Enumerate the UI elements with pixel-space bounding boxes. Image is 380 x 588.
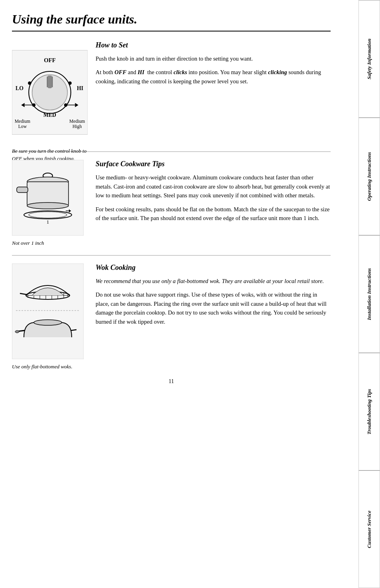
section-how-to-set: OFF LO HI MED <box>12 41 331 144</box>
section-cookware: 1 Not over 1 inch Surface Cookware Tips … <box>12 160 331 247</box>
wok-body: We recommend that you use only a flat-bo… <box>96 277 331 326</box>
sidebar-item-operating[interactable]: Operating Instructions <box>358 118 380 235</box>
wok-caption: Use only flat-bottomed woks. <box>12 363 88 370</box>
main-content: Using the surface units. OFF LO HI <box>0 0 343 588</box>
cookware-body: Use medium- or heavy-weight cookware. Al… <box>96 173 331 222</box>
svg-point-49 <box>15 330 19 333</box>
sidebar-tabs: Safety Information Operating Instruction… <box>358 0 380 588</box>
rule-2 <box>12 255 331 256</box>
svg-text:LO: LO <box>16 85 24 91</box>
svg-rect-13 <box>52 77 53 87</box>
svg-text:1: 1 <box>47 219 49 225</box>
how-to-set-text: How to Set Push the knob in and turn in … <box>96 41 331 144</box>
sidebar-item-installation[interactable]: Installation Instructions <box>358 235 380 353</box>
sidebar-item-customer[interactable]: Customer Service <box>358 470 380 588</box>
wok-diagram <box>12 264 84 359</box>
cookware-p2: For best cooking results, pans should be… <box>96 205 331 223</box>
wok-heading: Wok Cooking <box>96 264 331 272</box>
svg-text:Low: Low <box>18 124 27 129</box>
page-number: 11 <box>12 378 331 385</box>
sidebar-item-safety[interactable]: Safety Information <box>358 0 380 118</box>
svg-rect-27 <box>17 187 28 193</box>
how-to-set-p1: Push the knob in and turn in either dire… <box>96 54 331 63</box>
cookware-diagram: 1 <box>12 160 84 236</box>
cookware-p1: Use medium- or heavy-weight cookware. Al… <box>96 173 331 200</box>
svg-text:Medium: Medium <box>69 119 85 124</box>
section-wok: Use only flat-bottomed woks. Wok Cooking… <box>12 264 331 370</box>
how-to-set-p2: At both OFF and HI the control clicks in… <box>96 68 331 86</box>
svg-rect-11 <box>48 76 52 88</box>
cookware-diagram-container: 1 Not over 1 inch <box>12 160 88 247</box>
cookware-caption: Not over 1 inch <box>12 240 88 247</box>
svg-point-47 <box>34 320 62 325</box>
cookware-text: Surface Cookware Tips Use medium- or hea… <box>96 160 331 247</box>
how-to-set-body: Push the knob in and turn in either dire… <box>96 54 331 86</box>
svg-text:High: High <box>72 124 82 129</box>
knob-diagram-container: OFF LO HI MED <box>12 41 88 144</box>
svg-rect-12 <box>47 77 48 87</box>
svg-rect-25 <box>27 182 69 206</box>
page-title: Using the surface units. <box>12 12 331 27</box>
title-divider <box>12 31 331 31</box>
svg-text:Medium: Medium <box>15 119 30 124</box>
svg-rect-33 <box>12 264 84 359</box>
svg-point-26 <box>27 203 69 209</box>
cookware-heading: Surface Cookware Tips <box>96 160 331 168</box>
wok-italic-note: We recommend that you use only a flat-bo… <box>96 277 331 285</box>
wok-diagram-container: Use only flat-bottomed woks. <box>12 264 88 370</box>
svg-text:HI: HI <box>77 85 83 91</box>
svg-text:OFF: OFF <box>44 57 56 63</box>
knob-diagram: OFF LO HI MED <box>12 41 88 144</box>
sidebar-item-troubleshooting[interactable]: Troubleshooting Tips <box>358 353 380 470</box>
wok-p1: Do not use woks that have support rings.… <box>96 290 331 326</box>
wok-text: Wok Cooking We recommend that you use on… <box>96 264 331 370</box>
how-to-set-heading: How to Set <box>96 41 331 49</box>
